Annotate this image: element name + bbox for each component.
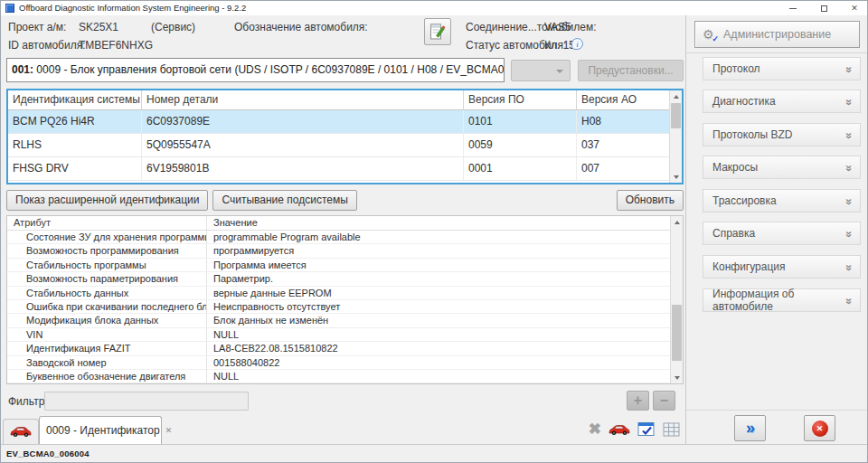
- attribute-row[interactable]: VINNULL: [7, 328, 670, 342]
- attribute-row[interactable]: Стабильность программыПрограмма имеется: [7, 259, 670, 272]
- attribute-row[interactable]: Буквенное обозначение двигателяNULL: [7, 370, 670, 383]
- edit-designation-button[interactable]: [424, 18, 451, 45]
- minus-icon: −: [660, 392, 668, 408]
- add-filter-button[interactable]: +: [627, 391, 649, 411]
- vehicle-tab[interactable]: [3, 419, 39, 444]
- maximize-button[interactable]: [818, 3, 829, 14]
- close-icon: ✕: [851, 4, 858, 13]
- window-check-button[interactable]: [637, 421, 656, 438]
- tab-close-icon[interactable]: ✕: [165, 426, 173, 435]
- attribute-row[interactable]: Состояние ЗУ для хранения программыprogr…: [7, 231, 670, 244]
- car-icon: [609, 424, 630, 436]
- column-header-sw[interactable]: Версия ПО: [464, 90, 577, 109]
- chevron-double-down-icon: »: [844, 66, 853, 71]
- chevron-double-down-icon: »: [844, 298, 853, 302]
- attribute-row[interactable]: Модификация блока данныхБлок данных не и…: [7, 314, 670, 327]
- app-window: Offboard Diagnostic Information System E…: [0, 0, 868, 463]
- remove-filter-button[interactable]: −: [653, 391, 675, 411]
- minimize-button[interactable]: [788, 3, 798, 14]
- column-header-system[interactable]: Идентификация системы: [8, 90, 142, 109]
- sidebar: ⚙ ✓ Администрирование Протокол » Диагнос…: [685, 15, 868, 444]
- car-icon: [10, 426, 32, 438]
- grid-view-button[interactable]: [663, 422, 681, 438]
- scrollbar-thumb[interactable]: [671, 103, 681, 128]
- divider: [686, 410, 868, 411]
- arrow-down-icon: [675, 376, 680, 380]
- cell-system: BCM PQ26 Hi4R: [8, 110, 142, 133]
- scroll-down-arrow[interactable]: [670, 171, 682, 183]
- column-header-attribute[interactable]: Атрибут: [7, 216, 207, 230]
- scrollbar-thumb[interactable]: [672, 305, 682, 361]
- cell-hw: 007: [577, 157, 669, 180]
- table-row[interactable]: RLHS 5Q0955547A 0059 037: [8, 134, 669, 157]
- vehicle-icon-button[interactable]: [609, 424, 630, 436]
- column-header-value[interactable]: Значение: [207, 216, 670, 230]
- scroll-up-arrow[interactable]: [670, 90, 682, 102]
- attribute-row[interactable]: Заводской номер001588040822: [7, 356, 670, 370]
- vehicle-id-value: TMBEF6NHXG: [79, 39, 153, 52]
- plus-icon: +: [634, 392, 642, 408]
- sidebar-item-trace[interactable]: Трассировка »: [703, 189, 861, 213]
- column-header-part[interactable]: Номер детали: [142, 90, 464, 109]
- chevron-double-down-icon: »: [844, 132, 853, 137]
- sidebar-item-protocol[interactable]: Протокол »: [703, 57, 861, 80]
- cell-sw: 0059: [464, 134, 577, 156]
- maximize-icon: [821, 5, 827, 12]
- attr-value: programmable Program available: [207, 231, 670, 243]
- sidebar-item-diagnostics[interactable]: Диагностика »: [703, 90, 861, 113]
- attr-name: Возможность программирования: [7, 244, 207, 257]
- scroll-up-arrow[interactable]: [671, 216, 683, 228]
- attribute-row[interactable]: Ошибка при скачивании последнего блокаНе…: [7, 300, 670, 314]
- attribute-row[interactable]: Возможность параметрированияПараметрир.: [7, 272, 670, 286]
- titlebar: Offboard Diagnostic Information System E…: [1, 1, 868, 15]
- disconnect-icon[interactable]: ✖: [589, 420, 601, 439]
- extended-identification-button[interactable]: Показ расширенной идентификации: [6, 190, 208, 211]
- attr-name: Ошибка при скачивании последнего блока: [7, 300, 207, 313]
- sidebar-item-help[interactable]: Справка »: [703, 222, 861, 245]
- read-subsystem-button[interactable]: Считывание подсистемы: [212, 190, 356, 211]
- project-value: SK25X1: [79, 21, 118, 33]
- minimize-icon: [789, 8, 797, 9]
- forward-button[interactable]: »: [734, 415, 766, 441]
- identification-table-scrollbar[interactable]: [669, 90, 682, 183]
- attr-value: верные данные EEPROM: [207, 287, 670, 299]
- vehicle-status-value: Кл. 15: [544, 39, 575, 52]
- control-module-selector[interactable]: 001: 0009 - Блок управления бортовой сет…: [6, 58, 505, 82]
- chevron-double-down-icon: »: [844, 231, 853, 235]
- sidebar-item-bzd-protocols[interactable]: Протоколы BZD »: [703, 123, 861, 146]
- sidebar-item-vehicle-info[interactable]: Информация об автомобиле »: [703, 288, 861, 312]
- administration-button[interactable]: ⚙ ✓ Администрирование: [694, 21, 860, 48]
- attr-name: Стабильность программы: [7, 259, 207, 271]
- scroll-down-arrow[interactable]: [671, 372, 683, 383]
- variant-dropdown[interactable]: [511, 60, 571, 81]
- attr-name: Стабильность данных: [7, 287, 207, 299]
- attr-value: программируется: [207, 244, 670, 257]
- section-label: Протокол: [712, 62, 760, 75]
- attribute-table-header: Атрибут Значение: [7, 216, 670, 231]
- attribute-table-scrollbar[interactable]: [670, 216, 683, 383]
- attribute-row[interactable]: Идентификация FAZITLA8-CEB22.08.15158108…: [7, 342, 670, 355]
- presets-button[interactable]: Предустановки...: [578, 60, 684, 81]
- info-icon[interactable]: i: [571, 38, 583, 50]
- chevron-double-down-icon: »: [844, 198, 853, 203]
- sidebar-item-configuration[interactable]: Конфигурация »: [703, 255, 861, 279]
- cell-part: 5Q0955547A: [142, 134, 464, 156]
- table-row[interactable]: BCM PQ26 Hi4R 6C0937089E 0101 H08: [8, 110, 669, 134]
- check-icon: ✓: [712, 34, 719, 43]
- column-header-hw[interactable]: Версия АО: [577, 90, 669, 109]
- close-button[interactable]: ✕: [849, 3, 860, 14]
- filter-label: Фильтр:: [8, 395, 48, 408]
- exit-button[interactable]: ✕: [804, 415, 835, 441]
- attribute-row[interactable]: Стабильность данныхверные данные EEPROM: [7, 287, 670, 300]
- vehicle-header: Проект а/м: SK25X1 (Сервис) Обозначение …: [1, 15, 685, 55]
- filter-input[interactable]: [44, 392, 249, 411]
- sidebar-item-macros[interactable]: Макросы »: [703, 156, 861, 179]
- window-title: Offboard Diagnostic Information System E…: [19, 3, 246, 13]
- tab-identifier[interactable]: 0009 - Идентификатор ✕: [39, 416, 162, 444]
- refresh-button[interactable]: Обновить: [617, 190, 684, 211]
- connection-label: Соединение...томобилем:: [466, 21, 597, 33]
- table-row[interactable]: FHSG DRV 6V1959801B 0001 007: [8, 157, 669, 181]
- section-label: Справка: [712, 227, 755, 240]
- attribute-row[interactable]: Возможность программированияпрограммируе…: [7, 244, 670, 258]
- cell-system: RLHS: [8, 134, 142, 156]
